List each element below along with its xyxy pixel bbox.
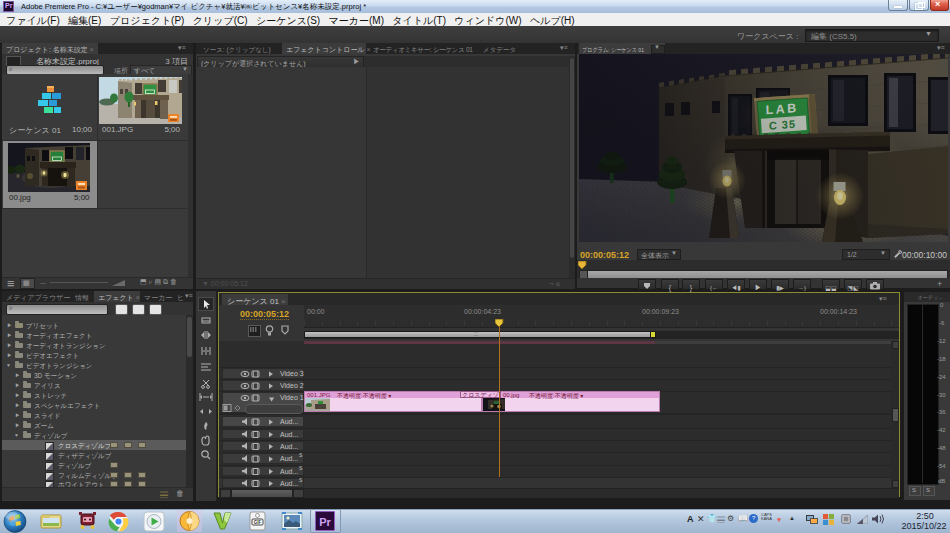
svg-text:GIF: GIF: [254, 520, 262, 525]
svg-text:Pr: Pr: [319, 516, 331, 528]
